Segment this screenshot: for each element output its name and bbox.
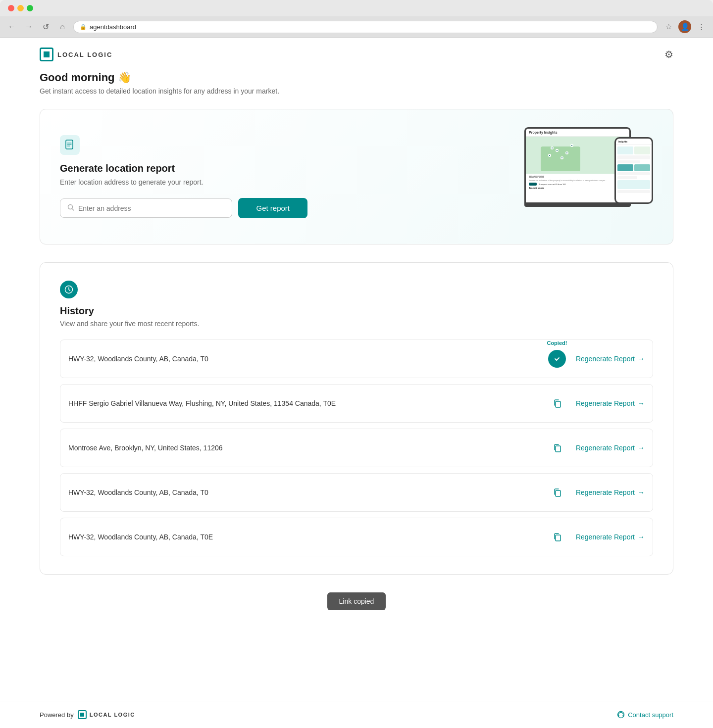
history-title: History xyxy=(60,305,653,317)
regenerate-report-button[interactable]: Regenerate Report → xyxy=(576,488,645,496)
search-icon xyxy=(67,204,74,212)
history-item-address: HHFF Sergio Gabriel Villanueva Way, Flus… xyxy=(68,399,336,407)
menu-button[interactable]: ⋮ xyxy=(695,21,707,33)
contact-support-link[interactable]: Contact support xyxy=(617,711,673,719)
greeting-title: Good morning 👋 xyxy=(40,71,673,84)
regenerate-report-button[interactable]: Regenerate Report → xyxy=(576,444,645,452)
user-avatar[interactable]: 👤 xyxy=(678,20,691,33)
address-search-input[interactable] xyxy=(78,204,225,212)
copy-link-button[interactable] xyxy=(548,350,566,368)
copy-link-button[interactable] xyxy=(548,528,566,546)
regenerate-report-button[interactable]: Regenerate Report → xyxy=(576,355,645,363)
traffic-lights xyxy=(8,5,33,11)
footer: Powered by LOCAL LOGIC Contact support xyxy=(0,701,713,728)
browser-chrome: ← → ↺ ⌂ 🔒 agentdashboard ☆ 👤 ⋮ xyxy=(0,0,713,38)
history-item: HHFF Sergio Gabriel Villanueva Way, Flus… xyxy=(60,384,653,423)
copy-link-button[interactable] xyxy=(548,484,566,501)
contact-support-label: Contact support xyxy=(628,711,673,719)
greeting-section: Good morning 👋 Get instant access to det… xyxy=(40,71,673,95)
history-section: History View and share your five most re… xyxy=(40,262,673,575)
logo: LOCAL LOGIC xyxy=(40,48,112,61)
address-input-wrapper[interactable] xyxy=(60,198,232,218)
mockup-illustration: Property Insights xyxy=(524,127,653,226)
settings-button[interactable]: ⚙ xyxy=(664,49,673,60)
history-list: HWY-32, Woodlands County, AB, Canada, T0… xyxy=(60,340,653,556)
history-item: HWY-32, Woodlands County, AB, Canada, T0… xyxy=(60,518,653,556)
history-item: HWY-32, Woodlands County, AB, Canada, T0… xyxy=(60,340,653,378)
page-content: LOCAL LOGIC ⚙ Good morning 👋 Get instant… xyxy=(0,38,713,726)
minimize-window-button[interactable] xyxy=(17,5,24,11)
header: LOCAL LOGIC ⚙ xyxy=(0,38,713,71)
fullscreen-window-button[interactable] xyxy=(27,5,33,11)
greeting-subtitle: Get instant access to detailed location … xyxy=(40,87,673,95)
report-card-description: Enter location address to generate your … xyxy=(60,178,307,186)
report-card-left: Generate location report Enter location … xyxy=(60,135,307,218)
footer-logo-inner xyxy=(80,713,84,717)
refresh-button[interactable]: ↺ xyxy=(40,21,51,33)
history-item-address: HWY-32, Woodlands County, AB, Canada, T0… xyxy=(68,533,213,541)
report-card-icon xyxy=(60,135,80,155)
forward-button[interactable]: → xyxy=(23,21,35,33)
report-card: Generate location report Enter location … xyxy=(40,109,673,244)
regenerate-report-button[interactable]: Regenerate Report → xyxy=(576,533,645,541)
toast-container: Link copied xyxy=(40,592,673,610)
svg-rect-4 xyxy=(556,401,560,407)
powered-by: Powered by LOCAL LOGIC xyxy=(40,710,135,719)
home-button[interactable]: ⌂ xyxy=(56,21,68,33)
regenerate-report-button[interactable]: Regenerate Report → xyxy=(576,399,645,407)
browser-titlebar xyxy=(0,0,713,16)
lock-icon: 🔒 xyxy=(80,24,87,30)
logo-icon-inner xyxy=(44,51,50,57)
link-copied-toast: Link copied xyxy=(327,592,386,610)
svg-rect-9 xyxy=(618,715,619,717)
history-item-address: HWY-32, Woodlands County, AB, Canada, T0 xyxy=(68,355,208,363)
svg-rect-5 xyxy=(556,446,560,452)
history-icon xyxy=(60,281,78,298)
copied-label: Copied! xyxy=(547,340,567,346)
history-item-actions: Copied! Regenerate Report → xyxy=(548,350,645,368)
svg-rect-6 xyxy=(556,490,560,496)
get-report-button[interactable]: Get report xyxy=(238,198,307,218)
address-bar[interactable]: 🔒 agentdashboard xyxy=(73,21,658,33)
history-item-address: HWY-32, Woodlands County, AB, Canada, T0 xyxy=(68,488,208,496)
history-item-actions: Regenerate Report → xyxy=(548,484,645,501)
browser-actions: ☆ 👤 ⋮ xyxy=(662,20,707,33)
powered-by-logo: LOCAL LOGIC xyxy=(78,710,135,719)
copy-link-button[interactable] xyxy=(548,394,566,412)
history-item: Montrose Ave, Brooklyn, NY, United State… xyxy=(60,429,653,467)
back-button[interactable]: ← xyxy=(6,21,18,33)
history-item-address: Montrose Ave, Brooklyn, NY, United State… xyxy=(68,444,223,452)
headset-icon xyxy=(617,711,625,719)
history-item: HWY-32, Woodlands County, AB, Canada, T0… xyxy=(60,473,653,512)
copy-link-button[interactable] xyxy=(548,439,566,457)
powered-by-label: Powered by xyxy=(40,711,74,719)
svg-point-3 xyxy=(554,355,560,362)
close-window-button[interactable] xyxy=(8,5,14,11)
history-item-actions: Regenerate Report → xyxy=(548,394,645,412)
logo-icon xyxy=(40,48,53,61)
phone-mockup: Insights xyxy=(614,137,653,204)
svg-rect-10 xyxy=(623,715,624,717)
history-item-actions: Regenerate Report → xyxy=(548,528,645,546)
report-card-title: Generate location report xyxy=(60,163,307,174)
svg-rect-7 xyxy=(556,535,560,541)
history-subtitle: View and share your five most recent rep… xyxy=(60,320,653,328)
report-input-row: Get report xyxy=(60,198,307,218)
main-content: Good morning 👋 Get instant access to det… xyxy=(0,71,713,610)
url-text: agentdashboard xyxy=(90,23,136,31)
history-item-actions: Regenerate Report → xyxy=(548,439,645,457)
star-button[interactable]: ☆ xyxy=(662,21,674,33)
browser-toolbar: ← → ↺ ⌂ 🔒 agentdashboard ☆ 👤 ⋮ xyxy=(0,16,713,38)
footer-logo-icon xyxy=(78,710,87,719)
logo-text: LOCAL LOGIC xyxy=(57,51,112,58)
footer-brand-text: LOCAL LOGIC xyxy=(90,712,135,718)
